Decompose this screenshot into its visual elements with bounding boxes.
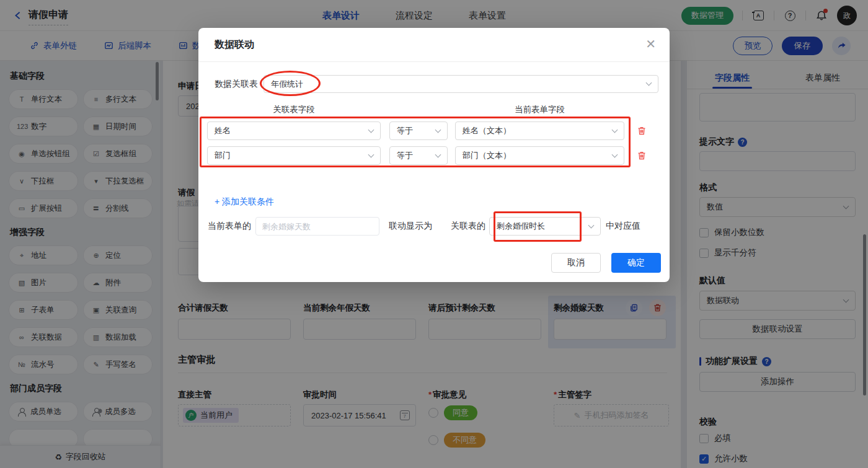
chevron-down-icon: [646, 80, 652, 86]
source-table-label: 数据关联表: [215, 79, 264, 90]
close-icon[interactable]: ✕: [645, 38, 656, 50]
mapping-tableof-label: 关联表的: [451, 221, 485, 232]
app-window: 请假申请 表单设计流程设定表单设置 数据管理 A ? 政 表单外链后端脚本数据权…: [0, 0, 868, 468]
add-condition-link[interactable]: + 添加关联条件: [215, 196, 274, 208]
mapping-suffix-label: 中对应值: [606, 221, 640, 232]
condition-operator-select-value: 等于: [397, 125, 413, 136]
delete-condition-icon[interactable]: [637, 126, 647, 136]
chevron-down-icon: [435, 126, 441, 133]
data-linkage-modal: 数据联动 ✕ 数据关联表 年假统计 关联表字段 当前表单字段 姓名等于姓名（文本…: [198, 28, 670, 282]
condition-left-select[interactable]: 部门: [207, 146, 381, 165]
source-table-select[interactable]: 年假统计: [264, 75, 658, 93]
mapping-prefix-label: 当前表单的: [208, 221, 251, 232]
mapping-middle-label: 联动显示为: [389, 221, 432, 232]
mapping-row: 当前表单的 联动显示为 关联表的 剩余婚假时长 中对应值: [208, 217, 640, 236]
condition-right-select-value: 部门（文本）: [463, 150, 511, 161]
current-form-field-header: 当前表单字段: [455, 104, 624, 115]
condition-left-select-value: 姓名: [215, 125, 231, 136]
condition-right-select[interactable]: 姓名（文本）: [455, 121, 624, 140]
cancel-button[interactable]: 取消: [551, 253, 601, 273]
chevron-down-icon: [612, 151, 618, 157]
modal-header: 数据联动 ✕: [198, 28, 670, 62]
chevron-down-icon: [588, 222, 595, 228]
chevron-down-icon: [368, 151, 374, 157]
condition-operator-select-value: 等于: [397, 150, 413, 161]
chevron-down-icon: [368, 126, 374, 133]
condition-row: 姓名等于姓名（文本）: [207, 121, 647, 140]
chevron-down-icon: [435, 151, 441, 157]
current-field-input[interactable]: [255, 217, 379, 236]
condition-row: 部门等于部门（文本）: [207, 146, 647, 165]
condition-left-select[interactable]: 姓名: [207, 121, 381, 140]
confirm-button[interactable]: 确定: [611, 253, 661, 273]
condition-left-select-value: 部门: [215, 150, 231, 161]
chevron-down-icon: [612, 126, 618, 133]
condition-right-select[interactable]: 部门（文本）: [455, 146, 624, 165]
condition-column-headers: 关联表字段 当前表单字段: [207, 104, 624, 115]
condition-rows: 姓名等于姓名（文本）部门等于部门（文本）: [207, 121, 647, 165]
linked-table-field-header: 关联表字段: [207, 104, 381, 115]
condition-right-select-value: 姓名（文本）: [463, 125, 511, 136]
condition-operator-select[interactable]: 等于: [389, 121, 448, 140]
condition-operator-select[interactable]: 等于: [389, 146, 448, 165]
modal-title: 数据联动: [215, 38, 254, 51]
target-field-select[interactable]: 剩余婚假时长: [489, 217, 601, 236]
delete-condition-icon[interactable]: [637, 151, 647, 161]
